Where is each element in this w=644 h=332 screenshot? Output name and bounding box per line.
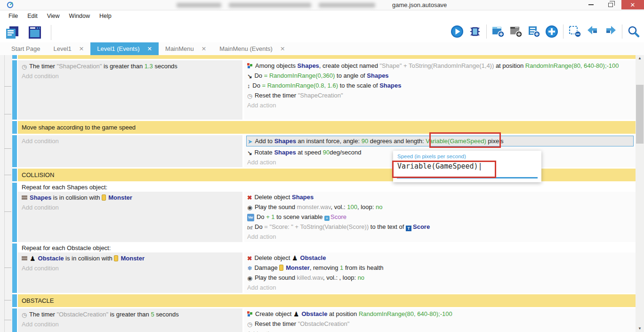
text-segment: at position: [494, 62, 525, 69]
action-row[interactable]: ✖Delete object Shapes: [247, 192, 634, 202]
scroll-up-icon[interactable]: ▲: [636, 55, 644, 62]
text-segment: 5: [151, 311, 154, 318]
condition-row[interactable]: ◷The timer "ObstacleCreation" is greater…: [22, 309, 240, 319]
add-circle-icon[interactable]: [543, 23, 560, 40]
action-row[interactable]: ◉Play the sound monster.wav, vol.: 100, …: [247, 202, 634, 212]
tab-mainmenu-events-[interactable]: MainMenu (Events)✕: [213, 42, 291, 55]
fold-tick[interactable]: [4, 114, 11, 114]
restore-button[interactable]: [603, 0, 619, 9]
text-segment: , vol.:: [331, 203, 347, 211]
project-manager-icon[interactable]: [4, 24, 21, 41]
vertical-scrollbar[interactable]: ▲ ▼: [636, 55, 644, 332]
search-icon[interactable]: [625, 23, 642, 40]
fold-tick[interactable]: [4, 211, 11, 212]
fold-tick[interactable]: [4, 320, 11, 320]
tab-close-icon[interactable]: ✕: [79, 45, 84, 52]
action-row[interactable]: ↘Do = RandomInRange(0,360) to angle of S…: [247, 71, 634, 81]
add-condition-row[interactable]: Add condition: [22, 202, 240, 212]
add-subevent-icon[interactable]: [507, 23, 524, 40]
add-comment-icon[interactable]: [525, 23, 542, 40]
tab-level1-events-[interactable]: Level1 (Events)✕: [90, 42, 159, 55]
scroll-down-icon[interactable]: ▼: [636, 325, 644, 332]
menu-window[interactable]: Window: [64, 11, 95, 21]
text-segment: to the scale of: [338, 82, 379, 89]
menu-view[interactable]: View: [42, 11, 64, 21]
action-row[interactable]: Create object ♟Obstacle at position Rand…: [247, 309, 634, 319]
action-row[interactable]: Among objects Shapes, create object name…: [247, 61, 634, 71]
condition-row[interactable]: ◷The timer "ShapeCreation" is greater th…: [22, 61, 240, 71]
delete-selection-icon[interactable]: [566, 23, 583, 40]
event-selection-bar[interactable]: [12, 183, 17, 242]
add-condition-row[interactable]: Add condition: [22, 71, 240, 81]
tab-mainmenu[interactable]: MainMenu✕: [159, 42, 213, 55]
add-action-row[interactable]: Add action: [247, 329, 634, 332]
event-block[interactable]: Repeat for each Shapes object:Shapes is …: [18, 183, 636, 242]
tab-close-icon[interactable]: ✕: [201, 45, 206, 52]
add-action-row[interactable]: Add action: [247, 100, 634, 110]
add-action-row[interactable]: Add action: [247, 232, 634, 242]
event-selection-bar[interactable]: [12, 135, 17, 167]
action-row[interactable]: ❄Damage Monster, removing 1 from its hea…: [247, 263, 634, 273]
add-condition-row[interactable]: Add condition: [22, 136, 240, 146]
condition-row[interactable]: Shapes is in collision with Monster: [22, 193, 240, 202]
tab-close-icon[interactable]: ✕: [147, 45, 152, 52]
action-row[interactable]: ◉Play the sound killed.wav, vol.: , loop…: [247, 273, 634, 283]
menu-file[interactable]: File: [4, 11, 23, 21]
text-segment: monster.wav: [297, 203, 331, 211]
play-icon[interactable]: [449, 23, 466, 40]
tab-level1[interactable]: Level1✕: [47, 42, 90, 55]
scene-editor-icon[interactable]: [26, 24, 43, 41]
text-segment: Shapes: [274, 138, 296, 145]
action-row[interactable]: ◷Reset the timer "ObstacleCreation": [247, 319, 634, 329]
add-event-icon[interactable]: [490, 23, 507, 40]
condition-row[interactable]: ♟Obstacle is in collision with Monster: [22, 253, 240, 263]
fold-tick[interactable]: [4, 267, 11, 268]
comment-row[interactable]: OBSTACLE: [18, 294, 636, 307]
event-selection-bar[interactable]: [12, 169, 17, 181]
action-row[interactable]: VarDo + 1 to scene variable ≡Score: [247, 212, 634, 222]
add-action-row[interactable]: Add action: [247, 283, 634, 292]
event-selection-bar[interactable]: [12, 60, 17, 120]
toolbar-separator: [51, 25, 51, 40]
event-repeat-header[interactable]: Repeat for each Shapes object:: [18, 183, 636, 192]
fold-tick[interactable]: [4, 86, 11, 87]
scrollbar-thumb[interactable]: [636, 85, 644, 144]
event-selection-bar[interactable]: [12, 308, 17, 332]
undo-icon[interactable]: [584, 23, 601, 40]
event-selection-bar[interactable]: [12, 121, 17, 134]
event-repeat-header[interactable]: Repeat for each Obstacle object:: [18, 243, 636, 252]
menu-edit[interactable]: Edit: [23, 11, 42, 21]
debug-icon[interactable]: [467, 23, 483, 40]
action-row[interactable]: ✖Delete object ♟Obstacle: [247, 253, 634, 263]
action-row[interactable]: ↕Do = RandomInRange(0.8, 1.6) to the sca…: [247, 81, 634, 90]
text-segment: Shapes: [298, 62, 319, 69]
comment-row[interactable]: COLLISION: [18, 169, 636, 181]
event-selection-bar[interactable]: [12, 55, 17, 59]
comment-row[interactable]: Move shape according to the game speed: [18, 121, 636, 134]
text-segment: is greater than: [108, 311, 151, 318]
redo-icon[interactable]: [602, 23, 619, 40]
menu-help[interactable]: Help: [95, 11, 116, 21]
minimize-button[interactable]: [583, 0, 599, 9]
event-selection-bar[interactable]: [12, 243, 17, 293]
action-row[interactable]: txtDo = "Score: " + ToString(Variable(Sc…: [247, 222, 634, 232]
text-segment: Monster: [108, 194, 132, 201]
event-block[interactable]: ◷The timer "ShapeCreation" is greater th…: [18, 60, 636, 120]
fold-tick[interactable]: [4, 175, 11, 175]
tab-start-page[interactable]: Start Page: [5, 42, 47, 55]
event-block[interactable]: Repeat for each Obstacle object:♟Obstacl…: [18, 243, 636, 293]
comment-row-partial[interactable]: [18, 55, 636, 59]
close-button[interactable]: ✕: [621, 0, 644, 9]
fold-tick[interactable]: [4, 148, 11, 149]
event-block[interactable]: Add condition➤Add to Shapes an instant f…: [18, 135, 636, 167]
text-segment: Obstacle: [302, 310, 328, 317]
event-selection-bar[interactable]: [12, 294, 17, 307]
conditions-column: Shapes is in collision with MonsterAdd c…: [18, 192, 242, 242]
fold-tick[interactable]: [4, 300, 11, 300]
add-condition-row[interactable]: Add condition: [22, 263, 240, 273]
actions-column: Create object ♟Obstacle at position Rand…: [244, 308, 636, 332]
event-block[interactable]: ◷The timer "ObstacleCreation" is greater…: [18, 308, 636, 332]
action-row[interactable]: ◷Reset the timer "ShapeCreation": [247, 90, 634, 100]
add-condition-row[interactable]: Add condition: [22, 319, 240, 329]
tab-close-icon[interactable]: ✕: [280, 45, 285, 52]
